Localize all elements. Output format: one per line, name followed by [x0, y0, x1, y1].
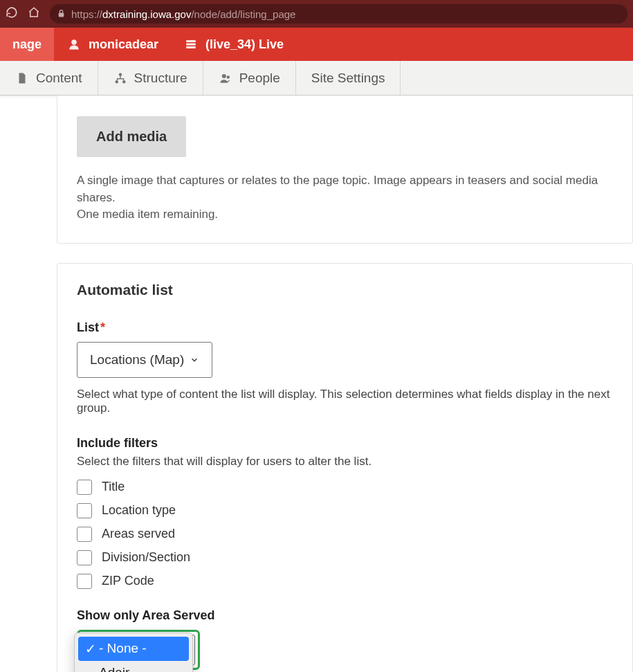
include-filters-description: Select the filters that will display for… [77, 455, 613, 469]
check-icon: ✓ [85, 641, 95, 657]
checkbox-title[interactable] [77, 480, 92, 495]
browser-toolbar: https://dxtraining.iowa.gov/node/add/lis… [0, 0, 633, 28]
svg-point-7 [122, 80, 126, 84]
user-name: monicadear [89, 37, 158, 52]
list-select[interactable]: Locations (Map) [77, 342, 212, 378]
chevron-down-icon [190, 355, 199, 365]
environment-indicator[interactable]: (live_34) Live [171, 28, 296, 61]
filter-label-title: Title [102, 480, 125, 494]
tab-content[interactable]: Content [0, 61, 98, 95]
filter-label-division: Division/Section [102, 550, 190, 565]
server-icon [183, 38, 199, 51]
filter-label-location-type: Location type [102, 503, 176, 518]
document-icon [15, 72, 29, 84]
people-icon [219, 72, 232, 84]
svg-point-8 [221, 74, 226, 78]
user-icon [66, 38, 82, 51]
tab-people-label: People [239, 71, 280, 86]
automatic-list-heading: Automatic list [77, 282, 613, 298]
svg-rect-3 [186, 44, 196, 46]
filter-row-title: Title [77, 480, 613, 495]
area-served-dropdown: ✓ - None - Adair Adams Allamakee [74, 633, 193, 672]
environment-label: (live_34) Live [205, 37, 284, 52]
hierarchy-icon [113, 72, 127, 84]
filter-row-zip: ZIP Code [77, 574, 613, 589]
reload-icon[interactable] [6, 6, 18, 21]
checkbox-zip[interactable] [77, 574, 92, 589]
automatic-list-panel: Automatic list List* Locations (Map) Sel… [57, 263, 633, 672]
tab-structure[interactable]: Structure [98, 61, 203, 95]
manage-tab[interactable]: nage [0, 28, 54, 61]
tab-site-settings[interactable]: Site Settings [296, 61, 401, 95]
filter-row-location-type: Location type [77, 503, 613, 518]
checkbox-division[interactable] [77, 550, 92, 565]
page-content: Add media A single image that captures o… [0, 96, 633, 672]
svg-point-6 [115, 80, 118, 84]
user-menu[interactable]: monicadear [54, 28, 171, 61]
manage-label: nage [12, 37, 42, 52]
checkbox-areas-served[interactable] [77, 527, 92, 542]
tab-people[interactable]: People [203, 61, 296, 95]
filter-label-zip: ZIP Code [102, 574, 154, 588]
svg-point-1 [71, 39, 77, 45]
list-select-value: Locations (Map) [90, 352, 184, 367]
filter-row-division: Division/Section [77, 550, 613, 565]
svg-rect-2 [186, 40, 196, 42]
home-icon[interactable] [28, 6, 40, 21]
media-panel: Add media A single image that captures o… [57, 96, 633, 244]
tab-structure-label: Structure [134, 71, 187, 86]
address-bar[interactable]: https://dxtraining.iowa.gov/node/add/lis… [50, 4, 627, 24]
admin-toolbar: nage monicadear (live_34) Live [0, 28, 633, 61]
secondary-tabs: Content Structure People Site Settings [0, 61, 633, 96]
list-field-label: List* [77, 320, 613, 335]
media-help-text: A single image that captures or relates … [77, 172, 613, 224]
filter-label-areas-served: Areas served [102, 527, 175, 541]
area-served-select-wrapper: ✓ - None - Adair Adams Allamakee [77, 630, 613, 670]
list-select-description: Select what type of content the list wil… [77, 388, 613, 415]
svg-point-9 [226, 75, 230, 79]
lock-icon [57, 8, 66, 20]
filter-row-areas-served: Areas served [77, 527, 613, 542]
svg-point-5 [118, 73, 122, 76]
tab-content-label: Content [36, 71, 82, 86]
checkbox-location-type[interactable] [77, 503, 92, 518]
area-served-label: Show only Area Served [77, 608, 613, 623]
tab-settings-label: Site Settings [311, 71, 385, 86]
add-media-button[interactable]: Add media [77, 116, 186, 157]
svg-rect-4 [186, 46, 196, 48]
option-none[interactable]: ✓ - None - [78, 637, 189, 661]
include-filters-heading: Include filters [77, 436, 613, 451]
url-text: https://dxtraining.iowa.gov/node/add/lis… [71, 8, 295, 20]
option-adair[interactable]: Adair [78, 661, 189, 672]
svg-rect-0 [59, 12, 64, 17]
